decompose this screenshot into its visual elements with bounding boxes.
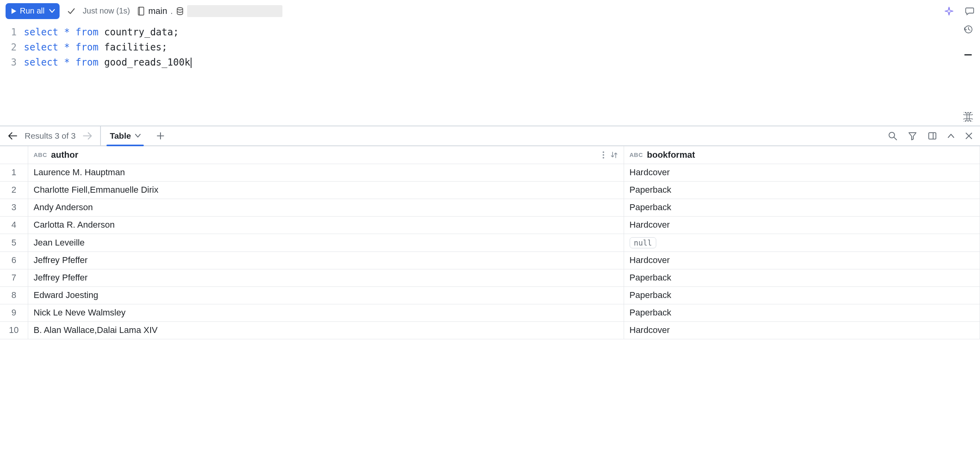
rownum-header [0, 146, 28, 164]
editor-toolbar: Run all Just now (1s) main . [0, 0, 980, 22]
database-icon [176, 7, 184, 15]
row-number: 2 [0, 181, 28, 199]
string-type-icon: ABC [630, 151, 643, 158]
results-table-container: ABC author ABC [0, 146, 980, 474]
row-number: 8 [0, 286, 28, 304]
cell-bookformat[interactable]: Hardcover [624, 252, 980, 269]
svg-point-9 [603, 151, 604, 153]
table-row[interactable]: 5Jean Leveillenull [0, 234, 980, 252]
table-row[interactable]: 10B. Alan Wallace,Dalai Lama XIVHardcove… [0, 321, 980, 339]
run-status-text: Just now (1s) [83, 6, 130, 15]
cell-author[interactable]: Jeffrey Pfeffer [28, 252, 624, 269]
catalog-name: main [148, 6, 167, 16]
filter-icon[interactable] [908, 131, 917, 141]
line-number: 2 [0, 40, 24, 55]
cell-bookformat[interactable]: Paperback [624, 304, 980, 321]
code-content[interactable]: select * from country_data; [24, 25, 179, 40]
results-next-button[interactable] [83, 132, 93, 140]
code-content[interactable]: select * from good_reads_100k [24, 55, 191, 70]
panel-toggle-icon[interactable] [928, 131, 937, 141]
cell-bookformat[interactable]: Hardcover [624, 216, 980, 234]
cell-bookformat[interactable]: Paperback [624, 269, 980, 286]
column-header-author[interactable]: ABC author [28, 146, 624, 164]
close-results-icon[interactable] [965, 132, 973, 140]
context-separator: . [170, 6, 173, 16]
line-number: 3 [0, 55, 24, 70]
table-row[interactable]: 3Andy AndersonPaperback [0, 199, 980, 216]
schema-name-redacted [187, 5, 282, 17]
svg-point-5 [889, 132, 895, 138]
results-counter: Results 3 of 3 [25, 131, 75, 141]
cell-author[interactable]: B. Alan Wallace,Dalai Lama XIV [28, 321, 624, 339]
svg-point-2 [177, 8, 183, 10]
catalog-icon [137, 6, 145, 16]
string-type-icon: ABC [34, 151, 47, 158]
cell-author[interactable]: Nick Le Neve Walmsley [28, 304, 624, 321]
row-number: 6 [0, 252, 28, 269]
cell-author[interactable]: Laurence M. Hauptman [28, 164, 624, 181]
cell-author[interactable]: Edward Joesting [28, 286, 624, 304]
row-number: 7 [0, 269, 28, 286]
code-content[interactable]: select * from facilities; [24, 40, 167, 55]
table-row[interactable]: 8Edward JoestingPaperback [0, 286, 980, 304]
chevron-down-icon [135, 134, 141, 138]
code-line[interactable]: 1select * from country_data; [0, 25, 980, 40]
cell-bookformat[interactable]: Hardcover [624, 321, 980, 339]
cell-author[interactable]: Jean Leveille [28, 234, 624, 252]
sql-editor[interactable]: 1select * from country_data;2select * fr… [0, 22, 980, 126]
row-number: 3 [0, 199, 28, 216]
svg-point-10 [603, 154, 604, 156]
row-number: 5 [0, 234, 28, 252]
null-value: null [630, 237, 657, 248]
run-all-label: Run all [20, 6, 44, 15]
cell-bookformat[interactable]: null [624, 234, 980, 252]
plus-icon [157, 132, 164, 140]
svg-point-11 [603, 157, 604, 159]
svg-line-6 [894, 137, 897, 140]
minimize-icon[interactable] [963, 50, 973, 60]
cell-author[interactable]: Charlotte Fiell,Emmanuelle Dirix [28, 181, 624, 199]
tab-table[interactable]: Table [101, 126, 149, 145]
keyboard-shortcuts-icon[interactable] [963, 112, 973, 122]
table-row[interactable]: 2Charlotte Fiell,Emmanuelle DirixPaperba… [0, 181, 980, 199]
run-success-icon [67, 7, 75, 15]
cell-author[interactable]: Andy Anderson [28, 199, 624, 216]
results-table: ABC author ABC [0, 146, 980, 339]
table-row[interactable]: 6Jeffrey PfefferHardcover [0, 252, 980, 269]
results-nav: Results 3 of 3 [0, 126, 101, 145]
add-tab-button[interactable] [149, 132, 172, 140]
cell-bookformat[interactable]: Paperback [624, 199, 980, 216]
table-row[interactable]: 4Carlotta R. AndersonHardcover [0, 216, 980, 234]
column-header-bookformat[interactable]: ABC bookformat [624, 146, 980, 164]
comments-icon[interactable] [965, 6, 974, 16]
column-header-bookformat-label: bookformat [647, 150, 695, 160]
tab-table-label: Table [110, 131, 131, 141]
run-all-button[interactable]: Run all [6, 3, 60, 19]
cell-bookformat[interactable]: Hardcover [624, 164, 980, 181]
assistant-sparkle-icon[interactable] [944, 6, 954, 16]
search-results-icon[interactable] [888, 131, 897, 141]
line-number: 1 [0, 25, 24, 40]
context-selector[interactable]: main . [137, 5, 282, 17]
row-number: 10 [0, 321, 28, 339]
history-icon[interactable] [963, 25, 973, 34]
cell-bookformat[interactable]: Paperback [624, 286, 980, 304]
column-header-author-label: author [51, 150, 78, 160]
column-sort-icon[interactable] [610, 151, 618, 159]
code-line[interactable]: 3select * from good_reads_100k [0, 55, 980, 70]
results-prev-button[interactable] [7, 132, 17, 140]
table-row[interactable]: 1Laurence M. HauptmanHardcover [0, 164, 980, 181]
cell-author[interactable]: Carlotta R. Anderson [28, 216, 624, 234]
table-row[interactable]: 7Jeffrey PfefferPaperback [0, 269, 980, 286]
code-line[interactable]: 2select * from facilities; [0, 40, 980, 55]
collapse-results-icon[interactable] [947, 133, 955, 138]
play-icon [11, 8, 17, 14]
table-row[interactable]: 9Nick Le Neve WalmsleyPaperback [0, 304, 980, 321]
row-number: 1 [0, 164, 28, 181]
results-bar: Results 3 of 3 Table [0, 126, 980, 146]
column-menu-icon[interactable] [602, 151, 605, 159]
chevron-down-icon [49, 9, 55, 13]
cell-author[interactable]: Jeffrey Pfeffer [28, 269, 624, 286]
cell-bookformat[interactable]: Paperback [624, 181, 980, 199]
row-number: 4 [0, 216, 28, 234]
